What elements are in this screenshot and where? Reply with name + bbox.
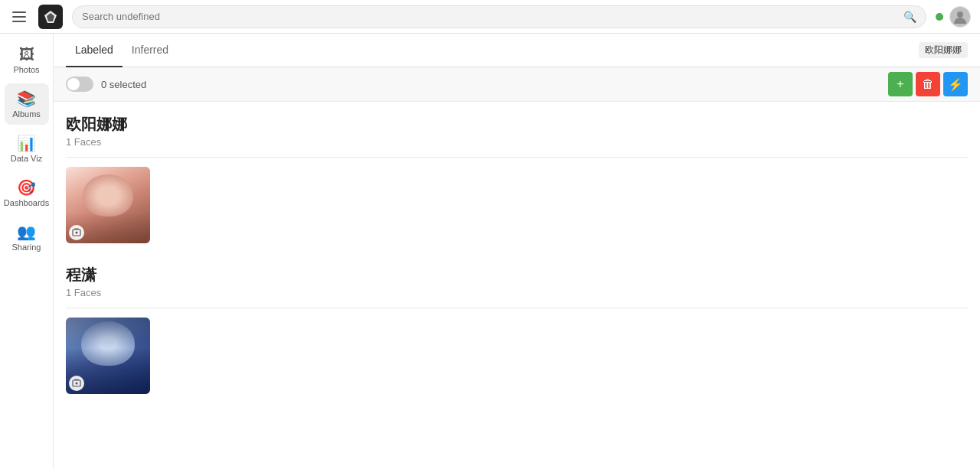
status-indicator — [936, 13, 943, 21]
svg-rect-2 — [12, 21, 26, 22]
selection-actions: + 🗑 ⚡ — [888, 72, 968, 96]
face-thumb-badge-person1-1 — [69, 225, 84, 240]
face-thumbnail-person1-1[interactable] — [66, 167, 150, 243]
face-thumb-badge-person2-1 — [69, 376, 84, 391]
topbar-right — [936, 6, 971, 28]
face-group-header-person2: 程潇 1 Faces — [66, 265, 968, 298]
face-group-name-person2: 程潇 — [66, 265, 968, 285]
action-face-button[interactable]: ⚡ — [943, 72, 968, 96]
menu-button[interactable] — [9, 8, 29, 25]
select-all-toggle[interactable] — [66, 77, 93, 92]
dataviz-icon: 📊 — [17, 134, 36, 152]
tabs-right: 欧阳娜娜 — [919, 42, 968, 58]
face-thumbnails-person2 — [66, 308, 968, 403]
sharing-icon: 👥 — [17, 223, 36, 241]
app-logo — [38, 5, 63, 29]
face-group-count-person2: 1 Faces — [66, 287, 968, 298]
face-group-name-person1: 欧阳娜娜 — [66, 114, 968, 135]
svg-rect-0 — [12, 11, 26, 13]
svg-rect-1 — [12, 16, 26, 18]
sidebar-label-dashboards: Dashboards — [4, 198, 49, 207]
svg-point-7 — [76, 232, 78, 234]
selection-bar: 0 selected + 🗑 ⚡ — [54, 67, 980, 102]
person-filter-tag[interactable]: 欧阳娜娜 — [919, 42, 968, 58]
face-group-person2: 程潇 1 Faces — [66, 252, 968, 403]
search-bar[interactable]: 🔍 — [72, 5, 926, 28]
sidebar-label-dataviz: Data Viz — [11, 154, 42, 163]
sidebar-label-sharing: Sharing — [12, 243, 41, 252]
sidebar-item-sharing[interactable]: 👥 Sharing — [5, 217, 49, 258]
search-input[interactable] — [82, 11, 899, 22]
content-area: Labeled Inferred 欧阳娜娜 0 selected + 🗑 — [54, 34, 980, 469]
face-thumbnails-person1 — [66, 158, 968, 252]
svg-point-9 — [76, 383, 78, 385]
tab-labeled[interactable]: Labeled — [66, 34, 122, 67]
face-group-header-person1: 欧阳娜娜 1 Faces — [66, 114, 968, 148]
face-group-person1: 欧阳娜娜 1 Faces — [66, 102, 968, 252]
face-thumbnail-person2-1[interactable] — [66, 318, 150, 394]
sidebar-item-dashboards[interactable]: 🎯 Dashboards — [5, 172, 49, 213]
topbar: 🔍 — [0, 0, 980, 34]
dashboards-icon: 🎯 — [17, 178, 36, 197]
face-group-count-person1: 1 Faces — [66, 136, 968, 148]
sidebar-label-photos: Photos — [13, 65, 39, 74]
sidebar-label-albums: Albums — [12, 109, 41, 119]
tab-inferred[interactable]: Inferred — [122, 34, 178, 67]
photos-icon: 🖼 — [19, 46, 34, 64]
sidebar-item-dataviz[interactable]: 📊 Data Viz — [5, 128, 49, 169]
delete-face-button[interactable]: 🗑 — [916, 72, 940, 96]
avatar[interactable] — [949, 6, 971, 28]
tabs-bar: Labeled Inferred 欧阳娜娜 — [54, 34, 980, 67]
add-face-button[interactable]: + — [888, 72, 913, 96]
faces-scroll-area: 欧阳娜娜 1 Faces — [54, 102, 980, 469]
sidebar: 🖼 Photos 📚 Albums 📊 Data Viz 🎯 Dashboard… — [0, 34, 54, 469]
sidebar-item-albums[interactable]: 📚 Albums — [5, 83, 49, 125]
albums-icon: 📚 — [17, 90, 36, 108]
selected-count-label: 0 selected — [101, 79, 146, 90]
search-icon: 🔍 — [903, 11, 916, 23]
main-layout: 🖼 Photos 📚 Albums 📊 Data Viz 🎯 Dashboard… — [0, 34, 980, 469]
svg-point-5 — [957, 11, 963, 18]
sidebar-item-photos[interactable]: 🖼 Photos — [5, 40, 49, 80]
